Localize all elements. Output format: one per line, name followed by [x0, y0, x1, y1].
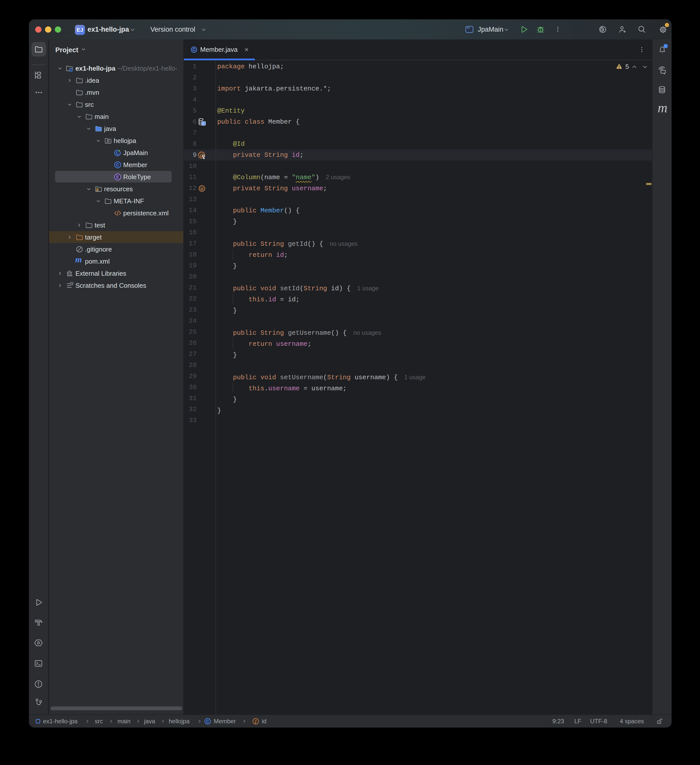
svg-text:C: C: [116, 162, 119, 167]
svg-text:C: C: [206, 719, 209, 724]
svg-text:a: a: [200, 152, 203, 158]
svg-text:E: E: [116, 175, 119, 179]
svg-text:a: a: [201, 186, 203, 191]
svg-text:C: C: [192, 47, 195, 52]
